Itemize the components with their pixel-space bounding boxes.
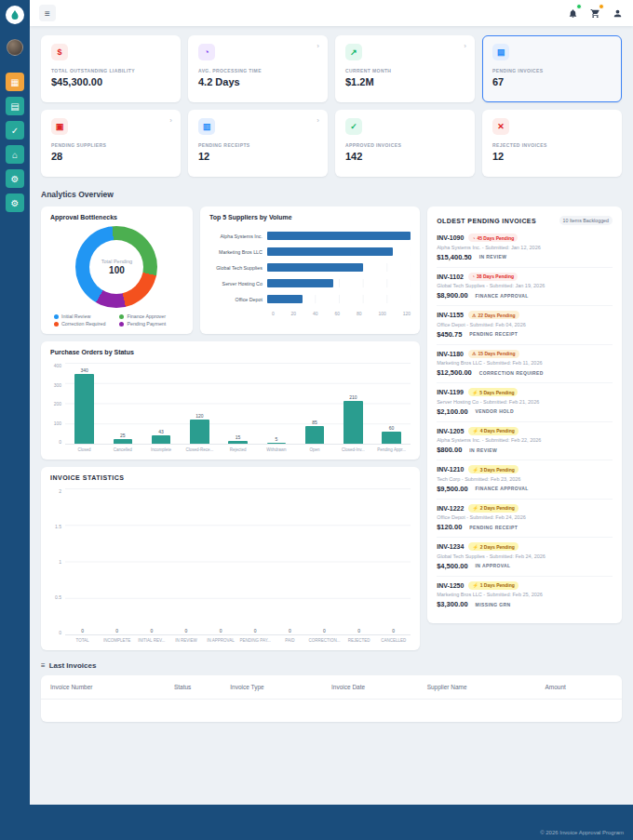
stat-card-current-month[interactable]: ↗›CURRENT MONTH$1.2M xyxy=(335,35,475,102)
cart-button[interactable] xyxy=(588,7,601,20)
menu-toggle-button[interactable]: ≡ xyxy=(39,5,56,21)
invoice-number: INV-1222 xyxy=(437,505,464,512)
sidebar-item-suppliers[interactable]: ⌂ xyxy=(6,145,24,164)
pending-invoice-item[interactable]: INV-1199⚡5 Days PendingServer Hosting Co… xyxy=(437,383,613,422)
user-avatar[interactable] xyxy=(7,39,23,56)
stat-card-pending-suppliers[interactable]: ▣›PENDING SUPPLIERS28 xyxy=(41,110,181,177)
clock-icon: ◔ xyxy=(198,44,215,60)
stat-card-pending-invoices[interactable]: ▤PENDING INVOICES67 xyxy=(482,35,622,102)
sidebar-item-approvals[interactable]: ✓ xyxy=(6,121,24,140)
stat-card-approved-invoices[interactable]: ✓APPROVED INVOICES142 xyxy=(335,110,475,177)
pending-invoice-item[interactable]: INV-1210⚡3 Days PendingTech Corp - Submi… xyxy=(437,460,613,500)
bar-category-label: Cancelled xyxy=(103,447,141,452)
pending-invoice-item[interactable]: INV-1180⚠15 Days PendingMarketing Bros L… xyxy=(437,345,613,384)
axis-tick: 2 xyxy=(59,488,61,494)
pending-invoice-item[interactable]: INV-1222⚡2 Days PendingOffice Depot - Su… xyxy=(437,500,613,539)
legend-item: Finance Approver xyxy=(119,313,166,319)
bar-column: 210 xyxy=(334,394,372,444)
legend-label: Initial Review xyxy=(61,313,90,319)
axis-tick: 1 xyxy=(59,559,61,565)
invoice-amount: $12,500.00 xyxy=(437,368,472,377)
days-pending-badge: ⚡4 Days Pending xyxy=(468,427,518,435)
account-button[interactable] xyxy=(611,7,624,20)
invoice-subtitle: Office Depot - Submitted: Feb 24, 2026 xyxy=(437,514,613,520)
stat-card-pending-receipts[interactable]: ▥›PENDING RECEIPTS12 xyxy=(188,110,328,177)
sidebar-item-invoices[interactable]: ▤ xyxy=(6,97,24,115)
pending-invoice-item[interactable]: INV-1205⚡4 Days PendingAlpha Systems Inc… xyxy=(437,422,613,461)
bar-value-label: 120 xyxy=(195,413,203,419)
invoice-number: INV-1205 xyxy=(437,428,464,434)
bar-category-label: Pending Appr... xyxy=(372,447,411,452)
cart-icon xyxy=(590,8,600,19)
axis-tick: 100 xyxy=(54,420,61,426)
axis-tick: 0 xyxy=(59,630,61,635)
invoice-status: PENDING RECEIPT xyxy=(469,525,518,530)
list-icon: ≡ xyxy=(41,661,46,670)
stat-label: AVG. PROCESSING TIME xyxy=(198,68,317,73)
sidebar-item-dashboard[interactable]: ▦ xyxy=(6,73,24,91)
warn-icon: ⚠ xyxy=(472,351,476,356)
stat-card-total-outstanding-liability[interactable]: $TOTAL OUTSTANDING LIABILITY$45,300.00 xyxy=(41,35,181,102)
bar-row: Office Depot xyxy=(209,291,411,307)
bar-fill xyxy=(267,279,333,287)
days-pending-text: 22 Days Pending xyxy=(478,313,515,318)
pending-invoice-item[interactable]: INV-1102◔38 Days PendingGlobal Tech Supp… xyxy=(437,268,613,307)
bar-column: 5 xyxy=(257,436,295,444)
stat-label: REJECTED INVOICES xyxy=(492,142,612,148)
invoice-number: INV-1180 xyxy=(437,351,464,357)
main-area: ≡ $TOTAL OUTSTANDING LIABILITY$45,300.00… xyxy=(30,0,633,840)
approve-icon: ✓ xyxy=(345,118,362,135)
bar-category-label: INCOMPLETE xyxy=(100,638,134,643)
purchase-orders-bar-chart: 4003002001000 34025431201558521060 xyxy=(50,363,411,445)
bar-column: 0 xyxy=(307,628,342,634)
invoice-amount: $9,500.00 xyxy=(437,485,467,493)
purchase-orders-x-axis: ClosedCancelledIncompleteClosed-Rece...R… xyxy=(65,447,411,452)
pending-invoice-item[interactable]: INV-1250⚡1 Days PendingMarketing Bros LL… xyxy=(437,577,613,615)
app-logo[interactable] xyxy=(6,6,24,24)
notifications-button[interactable] xyxy=(566,7,579,20)
days-pending-badge: ◔45 Days Pending xyxy=(468,233,518,242)
bar-value-label: 0 xyxy=(254,628,257,633)
pending-invoice-item[interactable]: INV-1090◔45 Days PendingAlpha Systems In… xyxy=(437,229,613,268)
axis-tick: 0 xyxy=(59,439,61,445)
pending-invoice-list: INV-1090◔45 Days PendingAlpha Systems In… xyxy=(437,229,613,614)
bar-track xyxy=(267,295,411,303)
cart-badge xyxy=(599,4,604,9)
days-pending-text: 15 Days Pending xyxy=(478,351,515,356)
legend-item: Pending Payment xyxy=(119,321,166,327)
sidebar-item-settings[interactable]: ⚙ xyxy=(6,169,24,188)
invoice-amount: $450.75 xyxy=(437,330,462,339)
invoice-subtitle: Marketing Bros LLC - Submitted: Feb 25, … xyxy=(437,592,613,597)
topbar-actions xyxy=(566,7,624,20)
pending-invoice-item[interactable]: INV-1155⚠22 Days PendingOffice Depot - S… xyxy=(437,306,613,345)
legend-dot xyxy=(54,322,59,327)
bar-fill xyxy=(267,295,303,303)
bar-category-label: Alpha Systems Inc. xyxy=(209,233,267,239)
bar-track xyxy=(267,247,411,256)
dollar-icon: $ xyxy=(51,44,68,60)
table-column-header: Status xyxy=(174,684,230,690)
bolt-icon: ⚡ xyxy=(472,467,478,473)
invoice-status: IN APPROVAL xyxy=(476,563,511,568)
stats-grid: $TOTAL OUTSTANDING LIABILITY$45,300.00◔›… xyxy=(41,35,622,177)
axis-tick: 200 xyxy=(54,401,61,407)
sidebar: ▦▤✓⌂⚙⚙ xyxy=(0,0,30,840)
donut-legend: Initial ReviewFinance ApproverCorrection… xyxy=(54,313,180,327)
bar xyxy=(267,443,287,444)
stat-card-rejected-invoices[interactable]: ✕REJECTED INVOICES12 xyxy=(482,110,622,177)
bolt-icon: ⚡ xyxy=(472,582,478,588)
bar-value-label: 85 xyxy=(312,420,317,425)
sidebar-item-admin-settings[interactable]: ⚙ xyxy=(6,193,24,212)
bar-value-label: 340 xyxy=(80,367,88,373)
clock-icon: ◔ xyxy=(472,235,475,241)
bar xyxy=(152,435,171,444)
days-pending-badge: ◔38 Days Pending xyxy=(468,273,518,281)
stat-value: 67 xyxy=(492,76,612,87)
days-pending-text: 38 Days Pending xyxy=(477,273,514,279)
pending-invoice-item[interactable]: INV-1234⚡2 Days PendingGlobal Tech Suppl… xyxy=(437,538,613,577)
bar-category-label: Withdrawn xyxy=(257,447,295,452)
days-pending-text: 45 Days Pending xyxy=(477,235,514,241)
bar-value-label: 25 xyxy=(120,433,126,438)
stat-card-avg-processing-time[interactable]: ◔›AVG. PROCESSING TIME4.2 Days xyxy=(188,35,328,102)
bar-category-label: Server Hosting Co xyxy=(209,281,267,287)
